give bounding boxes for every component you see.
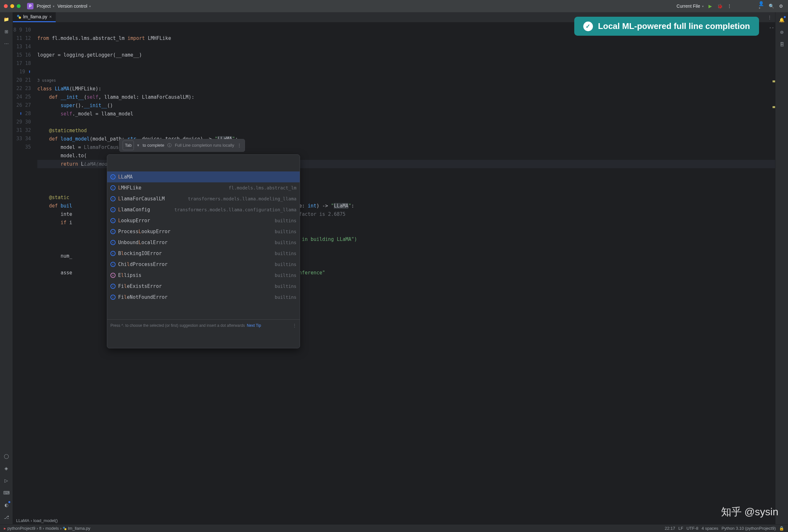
tab-key-badge: Tab <box>123 141 134 150</box>
python-file-icon <box>63 527 67 530</box>
svg-point-2 <box>63 527 65 529</box>
class-kind-icon: c <box>111 185 116 190</box>
prev-highlight-button[interactable]: ˄ <box>769 25 771 34</box>
completion-hint-pill[interactable]: Tab ▾ to complete ⓘ Full Line completion… <box>119 139 245 152</box>
completion-label: LlamaConfig <box>118 206 150 214</box>
run-tool-icon[interactable]: ▷ <box>3 477 9 484</box>
class-kind-icon: c <box>111 240 116 245</box>
sb-bc-root[interactable]: pythonProject9 <box>7 526 35 531</box>
completion-source: builtins <box>275 227 296 236</box>
project-badge[interactable]: P <box>27 3 34 9</box>
terminal-icon[interactable]: ⌨ <box>3 490 9 496</box>
completion-item[interactable]: cBlockingIOErrorbuiltins <box>107 248 300 259</box>
maximize-window-button[interactable] <box>17 4 21 8</box>
completion-label: UnboundLocalError <box>118 238 168 247</box>
variable-kind-icon: v <box>111 273 116 278</box>
project-menu[interactable]: Project <box>37 3 54 9</box>
completion-source: builtins <box>275 260 296 269</box>
python-console-icon[interactable]: ◯ <box>3 453 9 459</box>
encoding[interactable]: UTF-8 <box>687 526 698 531</box>
main-content: 📁 ⊞ ⋯ ◯ ◈ ▷ ⌨ ◐ ⎇ lm_llama.py × ⋮ 8 9 10… <box>0 12 788 524</box>
svg-point-1 <box>19 16 21 19</box>
completion-source: fl.models.lms.abstract_lm <box>229 184 296 192</box>
completion-footer: Press ^. to choose the selected (or firs… <box>107 320 300 331</box>
collaborate-icon[interactable]: 👤⁺ <box>759 3 765 9</box>
indent-config[interactable]: 4 spaces <box>702 526 718 531</box>
structure-tool-icon[interactable]: ⊞ <box>3 28 9 35</box>
tab-more-button[interactable]: ⋮ <box>764 12 775 22</box>
more-tool-icon[interactable]: ⋯ <box>3 41 9 47</box>
class-kind-icon: c <box>111 229 116 234</box>
run-config-menu[interactable]: Current File <box>677 3 704 9</box>
next-highlight-button[interactable]: ˅ <box>772 25 774 34</box>
tab-filename: lm_llama.py <box>23 14 47 19</box>
warning-stripe[interactable] <box>772 106 775 108</box>
completion-item[interactable]: cFileExistsErrorbuiltins <box>107 281 300 292</box>
completion-label: FileNotFoundError <box>118 293 168 301</box>
completion-item[interactable]: cLMHFLikefl.models.lms.abstract_lm <box>107 182 300 193</box>
next-tip-link[interactable]: Next Tip <box>247 321 261 330</box>
minimize-window-button[interactable] <box>10 4 14 8</box>
breadcrumb-class[interactable]: LLaMA <box>16 518 29 523</box>
git-icon[interactable]: ⎇ <box>3 514 9 520</box>
services-icon[interactable]: ◈ <box>3 465 9 472</box>
cursor-position[interactable]: 22:17 <box>665 526 675 531</box>
class-kind-icon: c <box>111 196 116 201</box>
warning-stripe[interactable] <box>772 80 775 82</box>
search-icon[interactable]: 🔍 <box>768 3 774 9</box>
project-tool-icon[interactable]: 📁 <box>3 16 9 22</box>
debug-button[interactable]: 🐞 <box>716 3 723 9</box>
editor-body[interactable]: 8 9 10 11 12 13 14 15 16 17 18 19 ⬆ 20 2… <box>13 22 775 516</box>
titlebar: P Project Version control Current File ▶… <box>0 0 788 12</box>
sb-bc-2[interactable]: models <box>45 526 59 531</box>
run-button[interactable]: ▶ <box>707 3 713 9</box>
completion-source: builtins <box>275 271 296 280</box>
interpreter[interactable]: Python 3.10 (pythonProject9) <box>722 526 776 531</box>
completion-source: transformers.models.llama.modeling_llama <box>188 195 296 203</box>
completion-label: LlamaForCausalLM <box>118 195 165 203</box>
completion-item[interactable]: cUnboundLocalErrorbuiltins <box>107 237 300 248</box>
completion-item[interactable]: cLLaMA <box>107 171 300 182</box>
banner-text: Local ML-powered full line completion <box>598 21 750 31</box>
completion-source: transformers.models.llama.configuration_… <box>175 206 296 214</box>
completion-popup[interactable]: cLLaMAcLMHFLikefl.models.lms.abstract_lm… <box>107 155 300 348</box>
problems-icon[interactable]: ◐ <box>3 502 9 508</box>
completion-item[interactable]: cLookupErrorbuiltins <box>107 215 300 226</box>
editor-breadcrumb[interactable]: LLaMA › load_model() <box>13 516 775 524</box>
code-content[interactable]: from fl.models.lms.abstract_lm import LM… <box>35 22 775 516</box>
completion-item[interactable]: cFileNotFoundErrorbuiltins <box>107 292 300 303</box>
vcs-menu[interactable]: Version control <box>58 3 91 9</box>
completion-source: builtins <box>275 293 296 301</box>
completion-item[interactable]: vEllipsisbuiltins <box>107 270 300 281</box>
line-separator[interactable]: LF <box>678 526 683 531</box>
class-kind-icon: c <box>111 251 116 256</box>
svg-point-3 <box>64 528 66 530</box>
ai-assistant-icon[interactable]: ⊚ <box>779 29 785 35</box>
hint-more-icon[interactable]: ⋮ <box>237 141 241 149</box>
status-breadcrumb[interactable]: ▸ pythonProject9› fl› models› lm_llama.p… <box>4 526 91 531</box>
completion-item[interactable]: cLlamaForCausalLMtransformers.models.lla… <box>107 193 300 204</box>
settings-icon[interactable]: ⚙ <box>778 3 784 9</box>
close-window-button[interactable] <box>4 4 8 8</box>
breadcrumb-method[interactable]: load_model() <box>34 518 58 523</box>
editor-area: lm_llama.py × ⋮ 8 9 10 11 12 13 14 15 16… <box>13 12 775 524</box>
right-toolbar: 🔔 ⊚ 🗄 <box>775 12 788 524</box>
lock-icon[interactable]: 🔒 <box>779 526 784 531</box>
sb-bc-1[interactable]: fl <box>39 526 41 531</box>
tab-lm-llama[interactable]: lm_llama.py × <box>13 12 56 22</box>
sb-bc-file[interactable]: lm_llama.py <box>68 526 90 531</box>
database-icon[interactable]: 🗄 <box>779 41 785 47</box>
completion-item[interactable]: cLlamaConfigtransformers.models.llama.co… <box>107 204 300 215</box>
completion-item[interactable]: cChildProcessErrorbuiltins <box>107 259 300 270</box>
completion-footer-more-icon[interactable]: ⋮ <box>293 321 296 330</box>
usages-hint[interactable]: 3 usages <box>37 78 56 83</box>
svg-point-0 <box>17 15 19 17</box>
tab-close-button[interactable]: × <box>49 14 52 19</box>
more-run-icon[interactable]: ⋮ <box>726 3 733 9</box>
completion-source: builtins <box>275 282 296 290</box>
notifications-icon[interactable]: 🔔 <box>779 17 785 23</box>
hint-to-complete: to complete <box>143 141 164 149</box>
completion-label: FileExistsError <box>118 282 162 290</box>
completion-item[interactable]: cProcessLookupErrorbuiltins <box>107 226 300 237</box>
python-file-icon <box>17 15 21 19</box>
